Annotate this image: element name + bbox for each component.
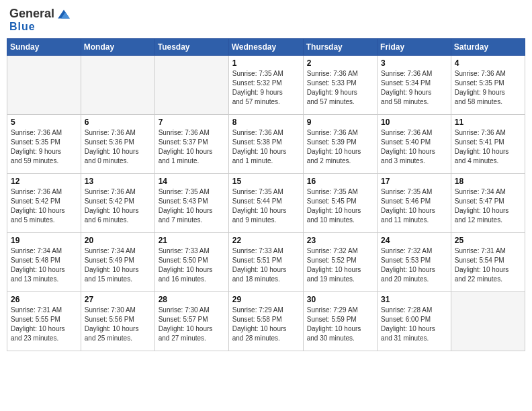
- column-header-wednesday: Wednesday: [228, 39, 303, 56]
- calendar-cell: [7, 56, 81, 115]
- day-number: 31: [381, 295, 447, 304]
- day-number: 5: [11, 118, 77, 127]
- day-info: Sunrise: 7:36 AMSunset: 5:35 PMDaylight:…: [11, 128, 77, 166]
- day-number: 20: [85, 236, 151, 245]
- day-info: Sunrise: 7:36 AMSunset: 5:39 PMDaylight:…: [307, 128, 373, 166]
- calendar-cell: 7Sunrise: 7:36 AMSunset: 5:37 PMDaylight…: [154, 115, 228, 174]
- day-number: 14: [159, 177, 225, 186]
- day-info: Sunrise: 7:36 AMSunset: 5:37 PMDaylight:…: [159, 128, 225, 166]
- day-info: Sunrise: 7:30 AMSunset: 5:56 PMDaylight:…: [85, 306, 151, 343]
- day-info: Sunrise: 7:34 AMSunset: 5:48 PMDaylight:…: [11, 246, 77, 284]
- calendar-cell: 25Sunrise: 7:31 AMSunset: 5:54 PMDayligh…: [451, 233, 525, 292]
- week-row-1: 1Sunrise: 7:35 AMSunset: 5:32 PMDaylight…: [7, 56, 525, 115]
- day-info: Sunrise: 7:36 AMSunset: 5:38 PMDaylight:…: [232, 128, 300, 166]
- week-row-3: 12Sunrise: 7:36 AMSunset: 5:42 PMDayligh…: [7, 174, 525, 233]
- calendar-cell: 16Sunrise: 7:35 AMSunset: 5:45 PMDayligh…: [303, 174, 377, 233]
- day-number: 29: [232, 295, 300, 304]
- calendar-cell: 22Sunrise: 7:33 AMSunset: 5:51 PMDayligh…: [228, 233, 303, 292]
- day-info: Sunrise: 7:36 AMSunset: 5:35 PMDaylight:…: [455, 69, 521, 107]
- day-info: Sunrise: 7:33 AMSunset: 5:51 PMDaylight:…: [232, 246, 300, 284]
- day-info: Sunrise: 7:32 AMSunset: 5:53 PMDaylight:…: [381, 246, 447, 284]
- day-number: 4: [455, 58, 521, 68]
- day-number: 1: [232, 58, 300, 68]
- calendar-cell: 12Sunrise: 7:36 AMSunset: 5:42 PMDayligh…: [7, 174, 81, 233]
- day-number: 3: [381, 58, 447, 68]
- column-header-monday: Monday: [81, 39, 154, 56]
- column-header-thursday: Thursday: [303, 39, 377, 56]
- day-info: Sunrise: 7:28 AMSunset: 6:00 PMDaylight:…: [381, 306, 447, 343]
- calendar-cell: 27Sunrise: 7:30 AMSunset: 5:56 PMDayligh…: [81, 292, 154, 351]
- calendar-cell: 14Sunrise: 7:35 AMSunset: 5:43 PMDayligh…: [154, 174, 228, 233]
- calendar-cell: 10Sunrise: 7:36 AMSunset: 5:40 PMDayligh…: [378, 115, 451, 174]
- day-number: 9: [307, 118, 373, 127]
- calendar-cell: 31Sunrise: 7:28 AMSunset: 6:00 PMDayligh…: [378, 292, 451, 351]
- calendar-cell: 6Sunrise: 7:36 AMSunset: 5:36 PMDaylight…: [81, 115, 154, 174]
- day-number: 25: [455, 236, 521, 245]
- day-number: 8: [232, 118, 300, 127]
- day-info: Sunrise: 7:35 AMSunset: 5:45 PMDaylight:…: [307, 187, 373, 225]
- day-info: Sunrise: 7:29 AMSunset: 5:59 PMDaylight:…: [307, 306, 373, 343]
- day-number: 15: [232, 177, 300, 186]
- day-number: 7: [159, 118, 225, 127]
- day-info: Sunrise: 7:36 AMSunset: 5:41 PMDaylight:…: [455, 128, 521, 166]
- day-number: 12: [11, 177, 77, 186]
- day-info: Sunrise: 7:36 AMSunset: 5:42 PMDaylight:…: [11, 187, 77, 225]
- day-info: Sunrise: 7:29 AMSunset: 5:58 PMDaylight:…: [232, 306, 300, 343]
- calendar-table: SundayMondayTuesdayWednesdayThursdayFrid…: [7, 38, 525, 351]
- day-number: 6: [85, 118, 151, 127]
- day-info: Sunrise: 7:36 AMSunset: 5:33 PMDaylight:…: [307, 69, 373, 107]
- day-number: 27: [85, 295, 151, 304]
- calendar-cell: 19Sunrise: 7:34 AMSunset: 5:48 PMDayligh…: [7, 233, 81, 292]
- day-info: Sunrise: 7:33 AMSunset: 5:50 PMDaylight:…: [159, 246, 225, 284]
- calendar-cell: 17Sunrise: 7:35 AMSunset: 5:46 PMDayligh…: [378, 174, 451, 233]
- day-info: Sunrise: 7:36 AMSunset: 5:36 PMDaylight:…: [85, 128, 151, 166]
- calendar-cell: 28Sunrise: 7:30 AMSunset: 5:57 PMDayligh…: [154, 292, 228, 351]
- calendar-cell: 9Sunrise: 7:36 AMSunset: 5:39 PMDaylight…: [303, 115, 377, 174]
- day-number: 17: [381, 177, 447, 186]
- day-info: Sunrise: 7:35 AMSunset: 5:46 PMDaylight:…: [381, 187, 447, 225]
- day-info: Sunrise: 7:34 AMSunset: 5:47 PMDaylight:…: [455, 187, 521, 225]
- calendar-cell: 24Sunrise: 7:32 AMSunset: 5:53 PMDayligh…: [378, 233, 451, 292]
- logo-blue-label: Blue: [9, 21, 36, 33]
- calendar-cell: 5Sunrise: 7:36 AMSunset: 5:35 PMDaylight…: [7, 115, 81, 174]
- calendar-cell: [81, 56, 154, 115]
- calendar-cell: 3Sunrise: 7:36 AMSunset: 5:34 PMDaylight…: [378, 56, 451, 115]
- day-info: Sunrise: 7:36 AMSunset: 5:40 PMDaylight:…: [381, 128, 447, 166]
- calendar-cell: 26Sunrise: 7:31 AMSunset: 5:55 PMDayligh…: [7, 292, 81, 351]
- calendar-cell: [451, 292, 525, 351]
- calendar-cell: 20Sunrise: 7:34 AMSunset: 5:49 PMDayligh…: [81, 233, 154, 292]
- day-info: Sunrise: 7:35 AMSunset: 5:32 PMDaylight:…: [232, 69, 300, 107]
- column-header-saturday: Saturday: [451, 39, 525, 56]
- calendar-cell: 1Sunrise: 7:35 AMSunset: 5:32 PMDaylight…: [228, 56, 303, 115]
- day-number: 23: [307, 236, 373, 245]
- column-header-tuesday: Tuesday: [154, 39, 228, 56]
- day-number: 16: [307, 177, 373, 186]
- calendar-cell: 13Sunrise: 7:36 AMSunset: 5:42 PMDayligh…: [81, 174, 154, 233]
- calendar-cell: 4Sunrise: 7:36 AMSunset: 5:35 PMDaylight…: [451, 56, 525, 115]
- day-info: Sunrise: 7:31 AMSunset: 5:54 PMDaylight:…: [455, 246, 521, 284]
- day-info: Sunrise: 7:35 AMSunset: 5:43 PMDaylight:…: [159, 187, 225, 225]
- calendar-cell: 23Sunrise: 7:32 AMSunset: 5:52 PMDayligh…: [303, 233, 377, 292]
- calendar-cell: 18Sunrise: 7:34 AMSunset: 5:47 PMDayligh…: [451, 174, 525, 233]
- day-number: 10: [381, 118, 447, 127]
- calendar-header-row: SundayMondayTuesdayWednesdayThursdayFrid…: [7, 39, 525, 56]
- day-info: Sunrise: 7:32 AMSunset: 5:52 PMDaylight:…: [307, 246, 373, 284]
- day-info: Sunrise: 7:31 AMSunset: 5:55 PMDaylight:…: [11, 306, 77, 343]
- logo-icon: [56, 7, 72, 21]
- week-row-4: 19Sunrise: 7:34 AMSunset: 5:48 PMDayligh…: [7, 233, 525, 292]
- day-number: 28: [159, 295, 225, 304]
- day-info: Sunrise: 7:30 AMSunset: 5:57 PMDaylight:…: [159, 306, 225, 343]
- day-number: 22: [232, 236, 300, 245]
- column-header-sunday: Sunday: [7, 39, 81, 56]
- calendar-cell: 30Sunrise: 7:29 AMSunset: 5:59 PMDayligh…: [303, 292, 377, 351]
- column-header-friday: Friday: [378, 39, 451, 56]
- calendar-cell: [154, 56, 228, 115]
- calendar-cell: 15Sunrise: 7:35 AMSunset: 5:44 PMDayligh…: [228, 174, 303, 233]
- day-info: Sunrise: 7:35 AMSunset: 5:44 PMDaylight:…: [232, 187, 300, 225]
- week-row-2: 5Sunrise: 7:36 AMSunset: 5:35 PMDaylight…: [7, 115, 525, 174]
- day-number: 19: [11, 236, 77, 245]
- calendar-cell: 11Sunrise: 7:36 AMSunset: 5:41 PMDayligh…: [451, 115, 525, 174]
- logo: General Blue: [9, 7, 72, 33]
- calendar-cell: 21Sunrise: 7:33 AMSunset: 5:50 PMDayligh…: [154, 233, 228, 292]
- calendar-cell: 29Sunrise: 7:29 AMSunset: 5:58 PMDayligh…: [228, 292, 303, 351]
